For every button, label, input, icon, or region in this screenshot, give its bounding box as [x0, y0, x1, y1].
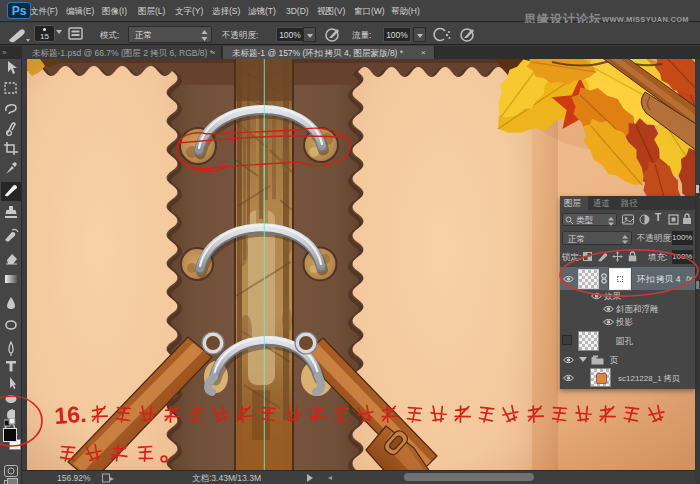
svg-text:16.: 16.	[54, 401, 88, 429]
